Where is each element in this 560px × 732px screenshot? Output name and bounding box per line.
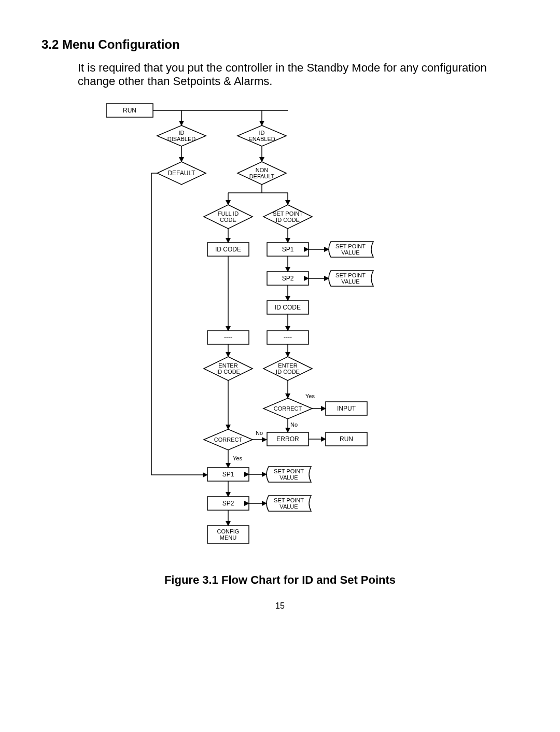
label-enter-r2: ID CODE: [276, 369, 300, 375]
page-number: 15: [0, 601, 560, 611]
label-idcode-l: ID CODE: [215, 246, 241, 253]
figure-caption: Figure 3.1 Flow Chart for ID and Set Poi…: [0, 573, 560, 587]
label-dash-l: ----: [224, 334, 232, 341]
label-id-disabled-2: DISABLED: [167, 136, 195, 142]
label-config1: CONFIG: [217, 528, 240, 534]
label-config2: MENU: [220, 534, 236, 541]
label-run2: RUN: [340, 435, 353, 443]
label-sp1-b: SP1: [222, 471, 234, 478]
label-id-enabled-2: ENABLED: [248, 136, 275, 142]
label-sp2-b: SP2: [222, 500, 234, 507]
label-non: NON: [256, 167, 269, 173]
label-correct-l: CORRECT: [214, 437, 243, 443]
label-enter-l1: ENTER: [218, 362, 237, 369]
label-spv3b: VALUE: [279, 474, 298, 481]
label-spv1b: VALUE: [341, 249, 359, 256]
label-id-enabled-1: ID: [259, 130, 265, 136]
label-full: FULL ID: [218, 210, 239, 217]
label-enter-l2: ID CODE: [216, 369, 240, 375]
label-spv1a: SET POINT: [335, 243, 366, 249]
label-nondefault: DEFAULT: [249, 173, 275, 179]
flowchart-svg: RUN ID DISABLED ID ENABLED DEFAULT NON D…: [0, 0, 560, 732]
label-spv2a: SET POINT: [335, 272, 366, 278]
label-spv4a: SET POINT: [274, 497, 304, 503]
label-no-l: No: [256, 430, 263, 436]
label-correct-r: CORRECT: [274, 405, 302, 412]
label-sp2-top: SP2: [282, 275, 294, 282]
label-dash-r: ----: [284, 334, 292, 341]
page: 3.2 Menu Configuration It is required th…: [0, 0, 560, 732]
label-idcode-r: ID CODE: [275, 304, 301, 311]
label-enter-r1: ENTER: [278, 362, 297, 369]
label-spv2b: VALUE: [341, 278, 359, 285]
label-id-disabled-1: ID: [179, 130, 185, 136]
label-spv4b: VALUE: [279, 503, 298, 510]
label-error: ERROR: [276, 435, 299, 443]
label-full2: CODE: [220, 217, 236, 223]
label-yes-r: Yes: [305, 393, 315, 399]
label-sp1-top: SP1: [282, 246, 294, 253]
label-sp-id: SET POINT: [273, 210, 303, 217]
label-run: RUN: [123, 107, 136, 114]
label-spv3a: SET POINT: [274, 468, 304, 474]
label-yes-l: Yes: [233, 455, 242, 461]
label-no-r: No: [290, 421, 298, 428]
label-sp-id2: ID CODE: [276, 217, 300, 223]
label-default: DEFAULT: [167, 170, 195, 177]
label-input: INPUT: [337, 405, 356, 412]
